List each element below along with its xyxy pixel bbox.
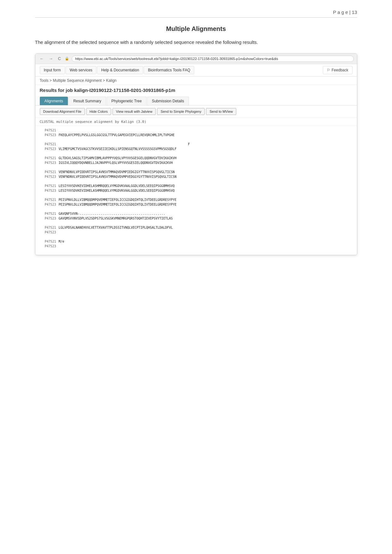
hide-colors-btn[interactable]: Hide Colors	[86, 108, 111, 115]
nav-bio-tools-faq[interactable]: Bioinformatics Tools FAQ	[144, 66, 194, 74]
aln-id: P47523	[40, 133, 56, 137]
aln-row: P47521 VENFNDNVLVPIDDVRTIPSLAVNSVTMMAQVD…	[40, 170, 353, 174]
intro-text: The alignment of the selected sequence w…	[35, 38, 357, 46]
action-bar: Download Alignment File Hide Colors View…	[35, 105, 357, 118]
aln-seq: VENFNDNVLVPIDDVRTIPSLAVNSVTMMAQVDVMPIEDG…	[59, 170, 175, 174]
alignment-block-7: P47521 LGLVPDSALNANEHVVLVETTXVAVTTPLDSSI…	[40, 225, 353, 235]
aln-row: P47523 FKEQLAYCPPELPVSLLGSLGGCGSLTTPVLGA…	[40, 133, 353, 137]
aln-row: P47521 PEISPNVLDLLVIBMQQDMPQVEMMETIEFOLI…	[40, 197, 353, 202]
download-alignment-btn[interactable]: Download Alignment File	[40, 108, 85, 115]
aln-row: P47523 LESIYVVSDVKEVIDHELASHMRQQELVYMGDV…	[40, 188, 353, 193]
tab-alignments[interactable]: Alignments	[40, 97, 68, 105]
aln-id: P47521	[40, 142, 56, 147]
aln-row: P47523 PEISPNVLDLLVIBMQQDMPQVEMMETIEFOLI…	[40, 202, 353, 207]
aln-seq: LESIYVVSDVKEVIDHELASHMRQQELVYMGDVKVAALGG…	[59, 184, 175, 188]
aln-row: P47521 GAVQNF5VVN-......................…	[40, 211, 353, 216]
aln-seq: VLIMEFGMCTVSVAGCSTKVVSEIIEIKDLLSPIENSGQT…	[59, 147, 177, 151]
job-title: Results for job kalign-I20190122-171158-…	[40, 87, 353, 93]
browser-mockup: ← → C 🔒 https://www.ebi.ac.uk/Tools/serv…	[35, 53, 357, 255]
aln-row: P47523	[40, 244, 353, 249]
alignment-content: P47521 P47523 FKEQLAYCPPELPVSLLGSLGGCGSL…	[35, 126, 357, 255]
alignment-block-6: P47521 GAVQNF5VVN-......................…	[40, 211, 353, 221]
page-number: P a g e | 13	[35, 9, 357, 18]
alignment-block-4: P47521 LESIYVVSDVKEVIDHELASHMRQQELVYMGDV…	[40, 184, 353, 193]
aln-seq: GLTDGVLSAGSLTIPSAMVIBMLAVPPPYUQSLVPYVVSG…	[59, 156, 177, 160]
aln-row: P47521	[40, 128, 353, 133]
view-jalview-btn[interactable]: View result with Jalview	[112, 108, 156, 115]
breadcrumb: Tools > Multiple Sequence Alignment > Ka…	[35, 76, 357, 85]
aln-row: P47521 GLTDGVLSAGSLTIPSAMVIBMLAVPPPYUQSL…	[40, 156, 353, 160]
send-phylogeny-btn[interactable]: Send to Simple Phylogeny	[157, 108, 205, 115]
aln-id: P47523	[40, 244, 56, 249]
aln-seq: LESIYVVSDVKEVIDHELASHMRQQELVYMGDVKVAALGG…	[59, 188, 175, 193]
aln-seq: LGLVPDSALNANEHVVLVETTXVAVTTPLDSSITVNQLVE…	[59, 225, 173, 230]
aln-id: P47521	[40, 156, 56, 160]
aln-id: P47523	[40, 174, 56, 179]
aln-seq: FKEQLAYCPPELPVSLLGSLGGCGSLTTPVLGAPEGVIEP…	[59, 133, 175, 137]
browser-bar: ← → C 🔒 https://www.ebi.ac.uk/Tools/serv…	[35, 54, 357, 64]
alignment-block-3: P47521 VENFNDNVLVPIDDVRTIPSLAVNSVTMMAQVD…	[40, 170, 353, 179]
aln-row: P47521 F	[40, 142, 353, 147]
job-header: Results for job kalign-I20190122-171158-…	[35, 85, 357, 97]
aln-row: P47523 VLIMEFGMCTVSVAGCSTKVVSEIIEIKDLLSP…	[40, 147, 353, 151]
aln-row: P47521 LGLVPDSALNANEHVVLVETTXVAVTTPLDSSI…	[40, 225, 353, 230]
alignment-block-0: P47521 P47523 FKEQLAYCPPELPVSLLGSLGGCGSL…	[40, 128, 353, 137]
aln-id: P47521	[40, 170, 56, 174]
aln-seq: PEISPNVLDLLVIBMQQDMPQVEMMETIEFOLICCGIGDQ…	[59, 202, 177, 207]
aln-seq: GAVQMSVVNVSDPLVS2SDPS7SLVSGSKVMNEMRGPQRS…	[59, 216, 173, 221]
feedback-button[interactable]: ⚐ Feedback	[323, 66, 352, 74]
alignment-block-8: P47521 M/e P47523	[40, 239, 353, 249]
aln-seq: PEISPNVLDLLVIBMQQDMPQVEMMETIEFOLICCGIGDQ…	[59, 197, 177, 202]
nav-help-docs[interactable]: Help & Documentation	[97, 66, 143, 74]
tab-phylogenetic-tree[interactable]: Phylogenetic Tree	[107, 97, 147, 105]
aln-id: P47521	[40, 239, 56, 244]
aln-id: P47521	[40, 197, 56, 202]
refresh-button[interactable]: C	[57, 56, 62, 62]
aln-row: P47521 LESIYVVSDVKEVIDHELASHMRQQELVYMGDV…	[40, 184, 353, 188]
section-title: Multiple Alignments	[35, 25, 357, 33]
ebi-nav: Input form Web services Help & Documenta…	[35, 64, 357, 76]
tab-result-summary[interactable]: Result Summary	[69, 97, 106, 105]
ebi-nav-buttons: Input form Web services Help & Documenta…	[40, 66, 195, 74]
alignment-block-5: P47521 PEISPNVLDLLVIBMQQDMPQVEMMETIEFOLI…	[40, 197, 353, 207]
aln-id: P47521	[40, 225, 56, 230]
aln-seq: GAVQNF5VVN-.............................…	[59, 211, 165, 216]
aln-seq: IGSIVLIQQQYDQVNBELLJAJNVPPYLQSLVPYVVSGES…	[59, 160, 173, 165]
aln-row: P47523 GAVQMSVVNVSDPLVS2SDPS7SLVSGSKVMNE…	[40, 216, 353, 221]
alignment-block-2: P47521 GLTDGVLSAGSLTIPSAMVIBMLAVPPPYUQSL…	[40, 156, 353, 165]
aln-seq: F	[59, 142, 190, 147]
aln-id: P47523	[40, 160, 56, 165]
tab-submission-details[interactable]: Submission Details	[147, 97, 189, 105]
send-mview-btn[interactable]: Send to MView	[206, 108, 236, 115]
aln-seq: VENFNDNVLVPIDDVRTIPSLAVNSVTMMAQVDVMPVEDG…	[59, 174, 177, 179]
aln-row: P47521 M/e	[40, 239, 353, 244]
nav-input-form[interactable]: Input form	[40, 66, 65, 74]
tabs-bar: Alignments Result Summary Phylogenetic T…	[35, 97, 357, 105]
aln-id: P47521	[40, 128, 56, 133]
aln-id: P47523	[40, 202, 56, 207]
aln-id: P47523	[40, 188, 56, 193]
aln-id: P47521	[40, 184, 56, 188]
aln-row: P47523 IGSIVLIQQQYDQVNBELLJAJNVPPYLQSLVP…	[40, 160, 353, 165]
nav-web-services[interactable]: Web services	[66, 66, 97, 74]
aln-row: P47523 VENFNDNVLVPIDDVRTIPSLAVNSVTMMAQVD…	[40, 174, 353, 179]
url-bar[interactable]: https://www.ebi.ac.uk/Tools/services/web…	[72, 56, 354, 62]
alignment-block-1: P47521 F P47523 VLIMEFGMCTVSVAGCSTKVVSEI…	[40, 142, 353, 151]
aln-id: P47521	[40, 211, 56, 216]
cluster-info: CLUSTAL multiple sequence alignment by K…	[35, 118, 357, 126]
aln-id: P47523	[40, 147, 56, 151]
aln-row: P47523	[40, 230, 353, 235]
aln-id: P47523	[40, 230, 56, 235]
forward-button[interactable]: →	[48, 56, 54, 62]
back-button[interactable]: ←	[39, 56, 45, 62]
lock-icon: 🔒	[65, 57, 69, 61]
aln-seq: M/e	[59, 239, 64, 244]
aln-id: P47523	[40, 216, 56, 221]
